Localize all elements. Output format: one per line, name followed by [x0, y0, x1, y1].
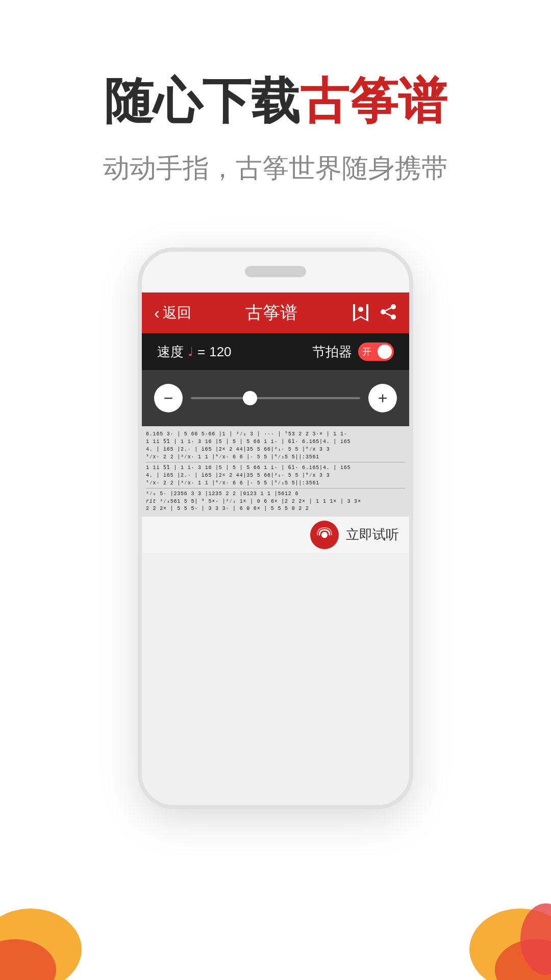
increase-button[interactable]: +	[368, 384, 397, 412]
speed-slider[interactable]	[191, 397, 360, 399]
speed-label: 速度	[157, 343, 184, 361]
speed-bar: 速度 ♩ = 120 节拍器 开	[142, 333, 409, 370]
notation-row-7: ⁵∕x· 2 2 |³∕x· 1 1 |⁶∕x· 6 6 |· 5 5 |⁶∕₂…	[146, 480, 405, 486]
decrease-button[interactable]: −	[154, 384, 183, 412]
speed-left: 速度 ♩ = 120	[157, 343, 232, 361]
metronome-label: 节拍器	[312, 343, 352, 361]
main-title: 随心下载古筝谱	[0, 71, 551, 130]
notation-row-5: 1 1i 5̄1 | 1 i· 3 16 |5 | 5 | 5 66 1 i· …	[146, 464, 405, 471]
listen-label: 立即试听	[346, 526, 399, 544]
svg-line-9	[383, 307, 393, 312]
notation-row-10: 2 2 2× | 5 5 5· | 3 3 3· | 6 0 6× | 5 5 …	[146, 506, 405, 511]
blob-right	[439, 837, 551, 980]
main-title-part1: 随心下载	[104, 74, 300, 128]
header-title: 古筝谱	[245, 301, 297, 325]
bookmark-button[interactable]	[352, 303, 369, 323]
notation-row-4: ⁵∕x· 2 2 |³∕x· 1 1 |⁶∕x· 6 6 |· 5 5 |⁶∕₂…	[146, 454, 405, 460]
chevron-left-icon: ‹	[154, 304, 160, 323]
toggle-on-label: 开	[362, 346, 371, 358]
sub-title: 动动手指，古筝世界随身携带	[0, 151, 551, 186]
notation-row-9: rit ²∕₃561 5 5| ⁴ 5×· |²∕₁ 1× | 0 6 6× |…	[146, 498, 405, 504]
phone-mockup: ‹ 返回 古筝谱	[138, 248, 413, 809]
slider-section: − +	[142, 370, 409, 426]
notation-row-1: 6.165 3· | 5 66 5·66 |1 | ²∕₂ 3 | ··· | …	[146, 431, 405, 437]
separator-1	[146, 462, 405, 462]
top-section: 随心下载古筝谱 动动手指，古筝世界随身携带	[0, 0, 551, 217]
share-button[interactable]	[380, 303, 397, 323]
blob-left	[0, 837, 112, 980]
notation-row-6: 4. | i65 |2.· | i65 |2× 2 44|35 5 66|²₁·…	[146, 472, 405, 478]
svg-line-10	[383, 312, 393, 317]
phone-wrapper: ‹ 返回 古筝谱	[0, 248, 551, 809]
slider-thumb	[243, 391, 257, 405]
toggle-knob	[378, 345, 392, 359]
bpm-value: 120	[209, 344, 231, 360]
header-icons	[352, 303, 397, 323]
metronome-toggle[interactable]: 开	[358, 342, 394, 361]
main-title-part2: 古筝谱	[300, 74, 447, 128]
notation-row-2: 1 1i 5̄1 | 1 i· 3 16 |5 | 5 | 5 66 1 i· …	[146, 438, 405, 445]
sheet-music-area: 6.165 3· | 5 66 5·66 |1 | ²∕₂ 3 | ··· | …	[142, 426, 409, 516]
back-label: 返回	[163, 303, 191, 323]
phone-screen: ‹ 返回 古筝谱	[142, 292, 409, 805]
notation-row-3: 4. | i65 |2.· | i65 |2× 2 44|35 5 66|²₁·…	[146, 446, 405, 452]
listen-bar: 立即试听	[142, 516, 409, 553]
plus-icon: +	[378, 389, 388, 408]
back-button[interactable]: ‹ 返回	[154, 303, 191, 323]
speed-right: 节拍器 开	[312, 342, 394, 361]
separator-2	[146, 488, 405, 488]
music-note-icon: ♩	[188, 345, 193, 359]
phone-speaker	[245, 266, 306, 277]
equals-sign: =	[197, 344, 205, 360]
svg-point-5	[358, 307, 363, 312]
notation-row-8: ²∕₅ 5· |2356 3 3 |1235 2 2 |0123 1 1 |56…	[146, 491, 405, 497]
app-header: ‹ 返回 古筝谱	[142, 292, 409, 333]
svg-point-11	[321, 532, 328, 538]
listen-button[interactable]	[310, 521, 339, 549]
minus-icon: −	[164, 389, 173, 408]
